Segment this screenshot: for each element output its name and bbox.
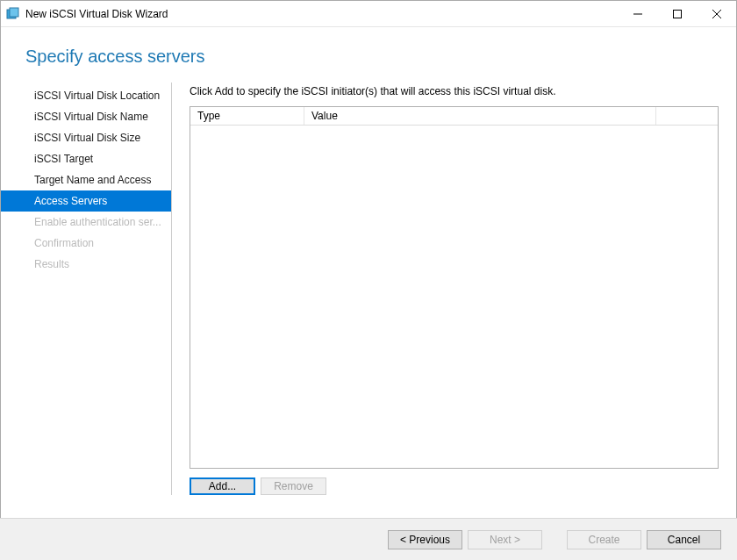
step-target-name-access[interactable]: Target Name and Access xyxy=(1,169,171,190)
window-title: New iSCSI Virtual Disk Wizard xyxy=(25,8,168,20)
step-confirmation: Confirmation xyxy=(1,233,171,254)
close-button[interactable] xyxy=(697,1,736,26)
wizard-footer: < Previous Next > Create Cancel xyxy=(0,518,737,560)
svg-rect-1 xyxy=(10,8,18,17)
step-disk-name[interactable]: iSCSI Virtual Disk Name xyxy=(1,106,171,127)
next-button: Next > xyxy=(468,530,542,549)
maximize-button[interactable] xyxy=(657,1,697,26)
wizard-steps-sidebar: iSCSI Virtual Disk Location iSCSI Virtua… xyxy=(1,83,172,495)
app-icon xyxy=(6,7,20,21)
content-pane: Click Add to specify the iSCSI initiator… xyxy=(190,83,719,495)
remove-button: Remove xyxy=(261,477,326,495)
create-button: Create xyxy=(567,530,641,549)
minimize-button[interactable] xyxy=(618,1,657,26)
grid-buttons: Add... Remove xyxy=(190,477,719,495)
step-access-servers[interactable]: Access Servers xyxy=(1,190,171,212)
page-header: Specify access servers xyxy=(1,27,736,83)
step-iscsi-target[interactable]: iSCSI Target xyxy=(1,148,171,169)
titlebar: New iSCSI Virtual Disk Wizard xyxy=(1,1,736,27)
step-enable-authentication: Enable authentication ser... xyxy=(1,212,171,233)
step-disk-location[interactable]: iSCSI Virtual Disk Location xyxy=(1,85,171,106)
page-title: Specify access servers xyxy=(25,47,736,67)
initiators-grid[interactable]: Type Value xyxy=(190,106,719,469)
grid-header: Type Value xyxy=(190,107,718,126)
step-results: Results xyxy=(1,254,171,275)
column-header-type[interactable]: Type xyxy=(190,107,304,125)
instruction-text: Click Add to specify the iSCSI initiator… xyxy=(190,85,719,97)
column-header-extra xyxy=(656,107,718,125)
window-controls xyxy=(618,1,736,26)
grid-body[interactable] xyxy=(190,126,718,354)
cancel-button[interactable]: Cancel xyxy=(647,530,721,549)
add-button[interactable]: Add... xyxy=(190,477,255,495)
step-disk-size[interactable]: iSCSI Virtual Disk Size xyxy=(1,127,171,148)
column-header-value[interactable]: Value xyxy=(304,107,656,125)
previous-button[interactable]: < Previous xyxy=(388,530,462,549)
svg-rect-3 xyxy=(673,10,681,18)
